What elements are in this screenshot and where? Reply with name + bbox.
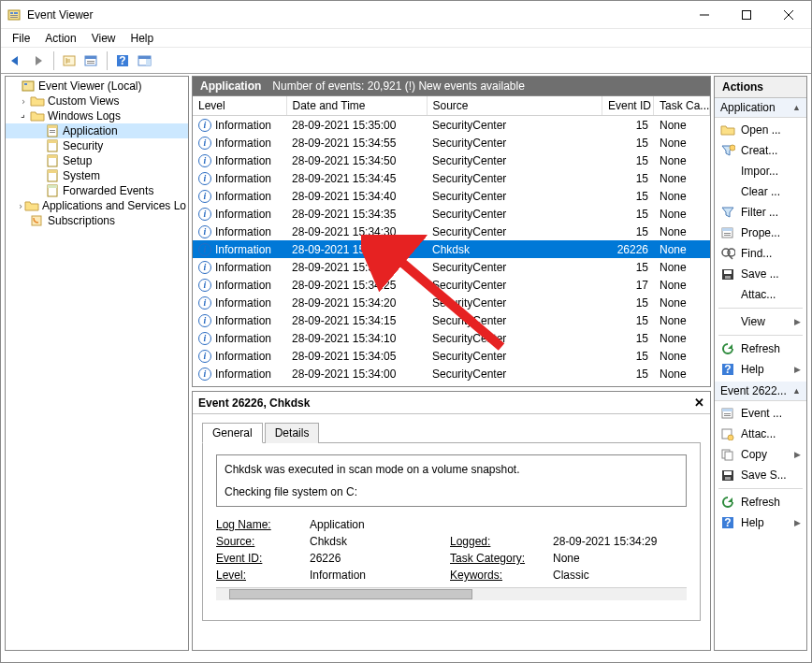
tree-log-application[interactable]: Application: [6, 123, 188, 138]
action-item[interactable]: Clear ...: [715, 181, 806, 202]
table-row[interactable]: iInformation28-09-2021 15:34:25SecurityC…: [193, 276, 710, 294]
tab-general[interactable]: General: [202, 423, 263, 443]
table-row[interactable]: iInformation28-09-2021 15:34:00SecurityC…: [193, 365, 710, 382]
action-label: Impor...: [741, 165, 778, 178]
svg-rect-50: [724, 415, 731, 416]
help-button[interactable]: ?: [112, 50, 133, 71]
properties-button[interactable]: [81, 50, 102, 71]
cell-taskcat: None: [654, 276, 710, 294]
actions-group-application[interactable]: Application ▲: [715, 98, 806, 118]
column-header-source[interactable]: Source: [427, 96, 602, 116]
tree-apps-services[interactable]: › Applications and Services Lo: [6, 198, 188, 213]
cell-date: 28-09-2021 15:34:30: [286, 223, 427, 240]
action-item[interactable]: Attac...: [715, 284, 806, 305]
tree-subscriptions[interactable]: Subscriptions: [6, 213, 188, 228]
cell-taskcat: None: [654, 205, 710, 223]
horizontal-scrollbar[interactable]: [216, 587, 687, 600]
preview-pane-button[interactable]: [135, 50, 155, 71]
action-item[interactable]: Copy▶: [715, 444, 806, 465]
list-header-title: Application: [200, 79, 261, 93]
tab-details[interactable]: Details: [265, 423, 320, 443]
cell-source: SecurityCenter: [427, 329, 602, 347]
app-icon: [7, 7, 22, 22]
action-item[interactable]: Refresh: [715, 492, 806, 512]
menu-file[interactable]: File: [5, 31, 37, 46]
table-row[interactable]: iInformation28-09-2021 15:34:10SecurityC…: [193, 329, 710, 347]
cell-level: Information: [215, 154, 271, 167]
action-item[interactable]: Prope...: [715, 223, 806, 243]
column-header-level[interactable]: Level: [193, 96, 286, 116]
action-item[interactable]: Open ...: [715, 120, 806, 140]
menu-help[interactable]: Help: [123, 31, 162, 46]
column-header-taskcat[interactable]: Task Ca...: [654, 96, 710, 116]
information-icon: i: [198, 332, 211, 345]
log-icon: [45, 138, 60, 153]
action-label: Attac...: [741, 288, 776, 301]
maximize-button[interactable]: [725, 2, 767, 28]
details-pane: Event 26226, Chkdsk ✕ General Details Ch…: [192, 391, 711, 651]
cell-date: 28-09-2021 15:34:45: [286, 169, 427, 187]
tree-log-system[interactable]: System: [6, 168, 188, 183]
cell-source: SecurityCenter: [427, 169, 602, 187]
action-label: Filter ...: [741, 206, 778, 219]
tree-label: Forwarded Events: [63, 184, 153, 197]
tree-log-forwarded[interactable]: Forwarded Events: [6, 183, 188, 198]
table-row[interactable]: iInformation28-09-2021 15:34:30SecurityC…: [193, 223, 710, 240]
column-header-date[interactable]: Date and Time: [286, 96, 427, 116]
table-row[interactable]: iInformation28-09-2021 15:35:00SecurityC…: [193, 116, 710, 134]
label-source: Source:: [216, 535, 310, 548]
table-row[interactable]: iInformation28-09-2021 15:34:40SecurityC…: [193, 187, 710, 205]
actions-group-event[interactable]: Event 2622... ▲: [715, 382, 806, 401]
cell-source: SecurityCenter: [427, 294, 602, 311]
details-close-button[interactable]: ✕: [694, 396, 704, 410]
table-row[interactable]: iInformation28-09-2021 15:34:25SecurityC…: [193, 258, 710, 276]
action-item[interactable]: Creat...: [715, 140, 806, 161]
table-row[interactable]: iInformation28-09-2021 15:34:20SecurityC…: [193, 294, 710, 311]
cell-eventid: 15: [602, 169, 654, 187]
cell-date: 28-09-2021 15:34:55: [286, 134, 427, 151]
collapse-icon[interactable]: ▲: [792, 386, 801, 396]
table-row[interactable]: iInformation28-09-2021 15:34:15SecurityC…: [193, 311, 710, 329]
blank-icon: [720, 287, 735, 302]
tree-log-security[interactable]: Security: [6, 138, 188, 153]
table-row[interactable]: iInformation28-09-2021 15:34:50SecurityC…: [193, 151, 710, 169]
action-item[interactable]: Find...: [715, 243, 806, 264]
table-row[interactable]: iInformation28-09-2021 15:34:29Chkdsk262…: [193, 240, 710, 258]
cell-eventid: 15: [602, 347, 654, 365]
action-item[interactable]: View▶: [715, 311, 806, 332]
nav-forward-button[interactable]: [28, 50, 49, 71]
nav-back-button[interactable]: [6, 50, 26, 71]
tree-root[interactable]: Event Viewer (Local): [6, 79, 188, 94]
table-row[interactable]: iInformation28-09-2021 15:34:45SecurityC…: [193, 169, 710, 187]
action-item[interactable]: Save ...: [715, 264, 806, 284]
tree-custom-views[interactable]: › Custom Views: [6, 94, 188, 108]
action-item[interactable]: Impor...: [715, 161, 806, 181]
show-tree-button[interactable]: [59, 50, 80, 71]
log-icon: [45, 153, 60, 168]
action-item[interactable]: Event ...: [715, 403, 806, 424]
expand-icon[interactable]: ›: [17, 96, 30, 107]
action-item[interactable]: Refresh: [715, 339, 806, 359]
tree-log-setup[interactable]: Setup: [6, 153, 188, 168]
action-item[interactable]: Save S...: [715, 465, 806, 485]
collapse-icon[interactable]: ▲: [792, 103, 801, 112]
submenu-arrow-icon: ▶: [794, 365, 801, 374]
table-row[interactable]: iInformation28-09-2021 15:34:05SecurityC…: [193, 347, 710, 365]
action-item[interactable]: ?Help▶: [715, 512, 806, 533]
close-button[interactable]: [767, 2, 809, 28]
cell-taskcat: None: [654, 223, 710, 240]
action-item[interactable]: ?Help▶: [715, 359, 806, 380]
tree-windows-logs[interactable]: › Windows Logs: [6, 108, 188, 123]
table-row[interactable]: iInformation28-09-2021 15:34:35SecurityC…: [193, 205, 710, 223]
event-table-body[interactable]: iInformation28-09-2021 15:35:00SecurityC…: [193, 116, 710, 386]
menu-view[interactable]: View: [84, 31, 123, 46]
menu-action[interactable]: Action: [37, 31, 83, 46]
minimize-button[interactable]: [683, 2, 725, 28]
expand-icon[interactable]: ›: [17, 201, 24, 211]
table-row[interactable]: iInformation28-09-2021 15:34:55SecurityC…: [193, 134, 710, 151]
svg-rect-38: [724, 235, 731, 236]
information-icon: i: [198, 190, 211, 203]
action-item[interactable]: Attac...: [715, 424, 806, 444]
action-item[interactable]: Filter ...: [715, 202, 806, 223]
column-header-eventid[interactable]: Event ID: [602, 96, 654, 116]
